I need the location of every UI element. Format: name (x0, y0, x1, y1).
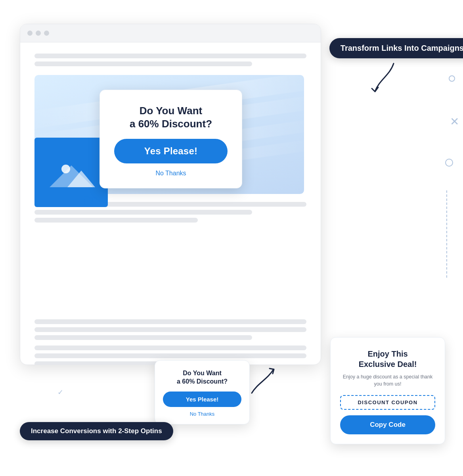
increase-badge-label: Increase Conversions with 2-Step Optins (31, 427, 162, 435)
cursor-hand-icon: ☞ (82, 190, 98, 207)
image-placeholder: ☞ (34, 138, 108, 207)
skeleton-line (34, 54, 306, 58)
skeleton-line (34, 61, 252, 66)
browser-titlebar (20, 24, 321, 42)
skeleton-line (34, 218, 198, 223)
browser-dot-yellow (36, 31, 41, 36)
small-discount-popup: Do You Want a 60% Discount? Yes Please! … (155, 360, 250, 424)
skeleton-line (34, 210, 252, 215)
small-yes-please-button[interactable]: Yes Please! (163, 392, 241, 407)
discount-coupon-badge: DISCOUNT COUPON (340, 395, 435, 410)
main-discount-popup: Do You Want a 60% Discount? Yes Please! … (99, 90, 242, 188)
transform-badge-label: Transform Links Into Campaigns (341, 44, 463, 52)
skeleton-line (34, 345, 306, 350)
deco-x-icon: ✕ (450, 115, 459, 128)
dashed-line-connector (446, 190, 447, 278)
yes-please-button[interactable]: Yes Please! (114, 139, 228, 163)
skeleton-bottom (34, 319, 306, 365)
small-popup-title: Do You Want a 60% Discount? (163, 369, 241, 386)
skeleton-line (34, 327, 306, 332)
skeleton-line (34, 319, 306, 324)
browser-dot-green (44, 31, 49, 36)
deal-card: Enjoy This Exclusive Deal! Enjoy a huge … (330, 337, 445, 445)
deco-tick: ✓ (57, 388, 63, 397)
deal-card-description: Enjoy a huge discount as a special thank… (340, 373, 435, 388)
deco-circle-bottom (445, 159, 453, 167)
small-no-thanks-link[interactable]: No Thanks (163, 411, 241, 417)
skeleton-top (34, 54, 306, 66)
deco-circle-top (449, 75, 455, 82)
copy-code-button[interactable]: Copy Code (340, 415, 435, 434)
mountain-small (67, 171, 95, 187)
arrow-between-cards-icon (246, 365, 281, 399)
main-popup-title: Do You Want a 60% Discount? (114, 104, 228, 130)
increase-conversions-badge: Increase Conversions with 2-Step Optins (20, 422, 173, 440)
browser-window: ☞ Do You Want a 60% Discount? Yes Please… (20, 24, 321, 365)
transform-badge: Transform Links Into Campaigns (329, 38, 463, 58)
deal-card-title: Enjoy This Exclusive Deal! (340, 349, 435, 369)
arrow-from-badge-icon (368, 61, 400, 99)
skeleton-line (34, 335, 252, 340)
no-thanks-link[interactable]: No Thanks (114, 170, 228, 177)
skeleton-line (34, 353, 306, 358)
browser-dot-red (27, 31, 33, 36)
